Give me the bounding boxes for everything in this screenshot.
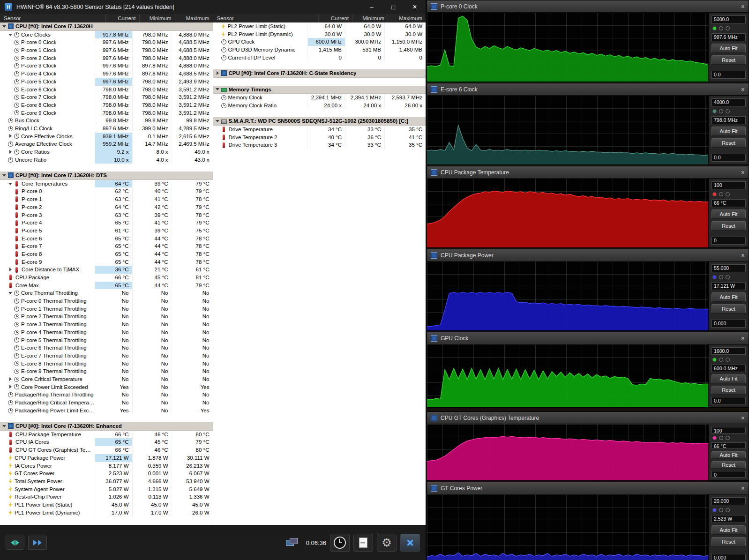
series-color-dot[interactable]	[712, 109, 717, 113]
table-row[interactable]: S.M.A.R.T.: WD PC SN5000S SDEQNSJ-512G-1…	[213, 117, 426, 126]
table-row[interactable]	[0, 164, 213, 172]
table-row[interactable]: PL2 Power Limit (Dynamic) 30.0 W 30.0 W …	[213, 30, 426, 38]
graph-titlebar[interactable]: CPU Package Power ×	[427, 249, 749, 261]
color-dot[interactable]	[726, 358, 730, 362]
table-row[interactable]: GPU D3D Memory Dynamic 1,415 MB 531 MB 1…	[213, 46, 426, 54]
col-minimum[interactable]: Minimum	[352, 14, 388, 22]
auto-fit-button[interactable]: Auto Fit	[712, 292, 746, 302]
table-row[interactable]: PL1 Power Limit (Dynamic) 17.0 W 17.0 W …	[0, 509, 213, 517]
chevron-icon[interactable]	[215, 119, 220, 124]
table-row[interactable]	[213, 78, 426, 86]
col-minimum[interactable]: Minimum	[140, 14, 175, 22]
graph-close-icon[interactable]: ×	[741, 169, 745, 176]
settings-button[interactable]: ⚙	[377, 534, 397, 552]
table-row[interactable]: Core Max 65 °C 44 °C 79 °C	[0, 282, 213, 290]
table-row[interactable]: P-core 3 Clock 997.6 MHz 897.8 MHz 4,888…	[0, 62, 213, 70]
table-row[interactable]: Core Power Limit Exceeded Yes No Yes	[0, 383, 213, 391]
table-row[interactable]: Package/Ring Power Limit Excee... Yes No…	[0, 407, 213, 415]
report-button[interactable]	[353, 534, 373, 552]
table-row[interactable]: Memory Clock 2,394.1 MHz 2,394.1 MHz 2,5…	[213, 94, 426, 102]
table-row[interactable]: E-core 7 Clock 798.0 MHz 798.0 MHz 3,591…	[0, 93, 213, 101]
table-row[interactable]: GT Cores Power 2.523 W 0.001 W 6.067 W	[0, 470, 213, 478]
table-row[interactable]: Core Clocks 917.8 MHz 798.0 MHz 4,888.0 …	[0, 31, 213, 39]
graph-titlebar[interactable]: GPU Clock ×	[427, 332, 749, 344]
scale-min-box[interactable]: 0.000	[712, 320, 746, 328]
table-row[interactable]: Uncore Ratio 10.0 x 4.0 x 43.0 x	[0, 156, 213, 164]
reset-button[interactable]: Reset	[712, 138, 746, 148]
series-color-dot[interactable]	[712, 275, 717, 279]
minimize-button[interactable]: –	[361, 0, 382, 14]
graph-titlebar[interactable]: P-core 0 Clock ×	[427, 0, 749, 13]
table-row[interactable]	[213, 110, 426, 118]
graph-titlebar[interactable]: CPU Package Temperature ×	[427, 166, 749, 179]
table-row[interactable]: P-core 4 Clock 997.6 MHz 897.8 MHz 4,688…	[0, 70, 213, 78]
table-row[interactable]: Average Effective Clock 959.2 MHz 14.7 M…	[0, 140, 213, 148]
table-row[interactable]: PL2 Power Limit (Static) 64.0 W 64.0 W 6…	[213, 22, 426, 30]
table-row[interactable]: CPU [#0]: Intel Core i7-13620H: DTS	[0, 172, 213, 180]
table-row[interactable]: Core Distance to TjMAX 36 °C 21 °C 61 °C	[0, 266, 213, 274]
col-current[interactable]: Current	[319, 14, 352, 22]
series-color-dots[interactable]	[712, 508, 746, 513]
table-row[interactable]: Total System Power 36.077 W 4.666 W 53.9…	[0, 478, 213, 485]
chevron-icon[interactable]	[2, 24, 7, 29]
color-dot[interactable]	[719, 436, 723, 440]
scale-max-box[interactable]: 1600.0	[712, 347, 746, 355]
auto-fit-button[interactable]: Auto Fit	[712, 44, 746, 53]
table-row[interactable]: Current cTDP Level 0 0 0	[213, 54, 426, 62]
auto-fit-button[interactable]: Auto Fit	[712, 451, 746, 459]
table-row[interactable]: P-core 4 65 °C 41 °C 79 °C	[0, 219, 213, 227]
nav-forward-button[interactable]	[28, 536, 47, 550]
graph-titlebar[interactable]: GT Cores Power ×	[427, 482, 749, 494]
chevron-icon[interactable]	[8, 267, 13, 272]
series-color-dot[interactable]	[712, 192, 717, 196]
series-color-dot[interactable]	[712, 26, 717, 30]
table-row[interactable]: P-core 3 Thermal Throttling No No No	[0, 321, 213, 329]
color-dot[interactable]	[719, 26, 723, 30]
table-row[interactable]: P-core 5 61 °C 39 °C 75 °C	[0, 227, 213, 235]
color-dot[interactable]	[726, 26, 730, 30]
scale-max-box[interactable]: 4000.0	[712, 98, 746, 106]
reset-button[interactable]: Reset	[712, 461, 746, 469]
series-color-dot[interactable]	[712, 508, 717, 512]
clock-button[interactable]	[330, 534, 350, 552]
scale-max-box[interactable]: 100	[712, 181, 746, 189]
table-row[interactable]: CPU [#0]: Intel Core i7-13620H	[0, 22, 213, 31]
chevron-icon[interactable]	[215, 71, 220, 76]
graph-close-icon[interactable]: ×	[741, 86, 745, 93]
table-row[interactable]: CPU [#0]: Intel Core i7-13620H: C-State …	[213, 69, 426, 78]
maximize-button[interactable]: □	[382, 0, 404, 14]
series-color-dots[interactable]	[712, 436, 746, 440]
table-row[interactable]: E-core 7 65 °C 44 °C 78 °C	[0, 242, 213, 250]
scale-max-box[interactable]: 100	[712, 427, 746, 433]
table-row[interactable]: Package/Ring Critical Temperature No No …	[0, 399, 213, 407]
table-row[interactable]: PL1 Power Limit (Static) 45.0 W 45.0 W 4…	[0, 501, 213, 509]
table-row[interactable]: P-core 1 Thermal Throttling No No No	[0, 305, 213, 313]
table-row[interactable]: System Agent Power 5.027 W 1.315 W 5.649…	[0, 485, 213, 493]
table-row[interactable]: E-core 6 65 °C 44 °C 78 °C	[0, 235, 213, 243]
color-dot[interactable]	[719, 275, 723, 279]
color-dot[interactable]	[719, 508, 723, 512]
scale-min-box[interactable]: 0.000	[712, 554, 746, 560]
table-row[interactable]: E-core 9 65 °C 44 °C 78 °C	[0, 258, 213, 266]
table-row[interactable]: Core Ratios 9.2 x 8.0 x 49.0 x	[0, 148, 213, 156]
table-row[interactable]: Core Effective Clocks 939.1 MHz 0.1 MHz …	[0, 133, 213, 141]
chevron-icon[interactable]	[215, 87, 220, 92]
graph-close-icon[interactable]: ×	[741, 335, 745, 342]
reset-button[interactable]: Reset	[712, 304, 746, 314]
series-color-dots[interactable]	[712, 109, 746, 114]
table-row[interactable]: E-core 9 Clock 798.0 MHz 798.0 MHz 3,591…	[0, 109, 213, 117]
table-row[interactable]: P-core 0 Clock 997.6 MHz 798.0 MHz 4,688…	[0, 38, 213, 46]
series-color-dots[interactable]	[712, 357, 746, 362]
table-row[interactable]: P-core 1 Clock 997.6 MHz 798.0 MHz 4,688…	[0, 46, 213, 54]
reset-button[interactable]: Reset	[712, 221, 746, 231]
table-row[interactable]: Package/Ring Thermal Throttling No No No	[0, 391, 213, 399]
scale-min-box[interactable]: 0.0	[712, 397, 746, 404]
series-color-dots[interactable]	[712, 192, 746, 197]
scale-max-box[interactable]: 5000.0	[712, 15, 746, 23]
table-row[interactable]: Drive Temperature 3 34 °C 33 °C 35 °C	[213, 141, 426, 149]
table-row[interactable]: CPU Package 66 °C 45 °C 81 °C	[0, 274, 213, 282]
table-row[interactable]: E-core 9 Thermal Throttling No No No	[0, 367, 213, 375]
graph-close-icon[interactable]: ×	[741, 485, 745, 492]
close-button[interactable]: ×	[404, 0, 426, 14]
reset-button[interactable]: Reset	[712, 55, 746, 65]
